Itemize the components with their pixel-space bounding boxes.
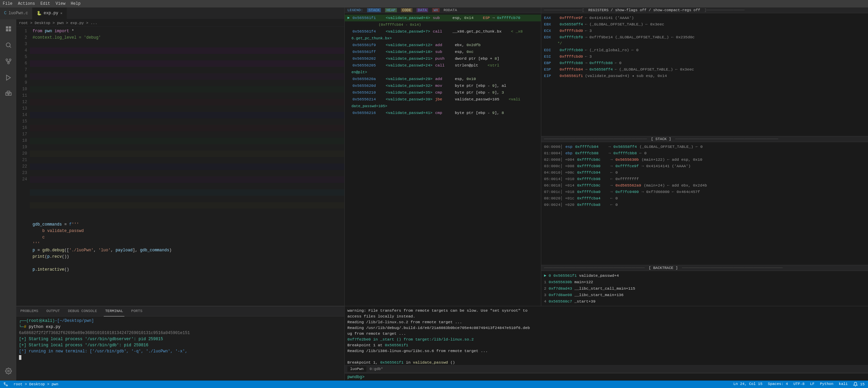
regs-stack-area: ─────────────────[ REGISTERS / show-flag…	[541, 7, 868, 306]
legend-code: CODE	[401, 8, 412, 12]
disasm-row-2: 0x565561f4 <validate_passwd+7> call __x8…	[345, 28, 541, 35]
status-eol[interactable]: LF	[810, 382, 814, 387]
disasm-row-8: 0x5655620d <validate_passwd+32> mov byte…	[345, 82, 541, 89]
tab-bar: C luoPwn.c 🐍 exp.py ✕	[0, 7, 344, 19]
menu-edit[interactable]: Edit	[40, 1, 50, 6]
backtrace-header: ────────────────────────────────────────…	[541, 265, 868, 271]
terminal-line-3: 6a68682f2f2f73682f62696e89e3680101010181…	[19, 330, 342, 336]
bottom-panel: PROBLEMS OUTPUT DEBUG CONSOLE TERMINAL P…	[16, 306, 344, 381]
bt-frame-1: 1 0x5655630b main+122	[544, 279, 865, 285]
tab-luopwn[interactable]: C luoPwn.c	[0, 7, 33, 19]
svg-rect-0	[6, 26, 8, 29]
pwndbg-tab-luopwn[interactable]: luoPwn	[347, 366, 366, 372]
tab-exppy-label: exp.py	[44, 11, 58, 16]
tab-debug-console[interactable]: DEBUG CONSOLE	[66, 306, 98, 316]
pwndbg-area: LEGEND: STACK HEAP CODE DATA WX RODATA ►…	[344, 7, 868, 381]
reg-ebp: EBP 0xffffcb88 → 0xffffcb88 ← 0	[544, 60, 865, 66]
breadcrumb: root > Desktop > pwn > exp.py > ...	[16, 19, 344, 27]
activity-search[interactable]	[1, 38, 15, 52]
disasm-thunk-label: 6.get_pc_thunk.bx>	[345, 35, 541, 42]
legend-label: LEGEND:	[347, 8, 363, 12]
reg-esp: ESP 0xffffcb84 → 0x56558ff4 ← (_GLOBAL_O…	[544, 66, 865, 73]
activity-debug[interactable]	[1, 71, 15, 84]
current-arrow: ►	[347, 15, 350, 21]
disasm-row-7: 0x5655620a <validate_passwd+29> add esp,…	[345, 76, 541, 82]
terminal-content[interactable]: ┌──(root㉿kali)-[~/Desktop/pwn] └─# pytho…	[16, 316, 344, 381]
disasm-mnem-1: sub	[433, 15, 450, 21]
tab-ports[interactable]: PORTS	[130, 306, 144, 316]
reg-ebx: EBX 0x56558ff4 ← (_GLOBAL_OFFSET_TABLE_)…	[544, 21, 865, 27]
editor-and-panel: root > Desktop > pwn > exp.py > ... 1234…	[16, 19, 344, 381]
reg-eax: EAX 0xffffce9f ← 0x41414141 ('AAAA')	[544, 15, 865, 21]
svg-rect-3	[9, 29, 11, 32]
reg-eip: EIP 0x565561f1 (validate_passwd+4) ◂ sub…	[544, 73, 865, 79]
tab-problems[interactable]: PROBLEMS	[19, 306, 40, 316]
svg-rect-2	[6, 29, 8, 32]
code-editor[interactable]: 12345 678910 1112131415 1617181920 21222…	[16, 27, 344, 306]
activity-git[interactable]	[1, 55, 15, 68]
bt-frame-4: 4 0x565560c7 _start+39	[544, 298, 865, 305]
activity-explorer[interactable]	[1, 22, 15, 36]
stack-row-3: 03:000c│ +008 0xffffcb90 → 0xffffce9f → …	[544, 163, 865, 169]
pwndbg-out-8: Reading /lib/i386-linux-gnu/libc.so.6 fr…	[347, 348, 865, 354]
stack-row-0: 00:0000│ esp 0xffffcb84 → 0x56558ff4 (_G…	[544, 143, 865, 150]
stack-row-6: 06:0018│ +014 0xffffcb9c → 0xd565562a9 (…	[544, 182, 865, 189]
close-tab-icon[interactable]: ✕	[60, 11, 62, 15]
registers-section: ─────────────────[ REGISTERS / show-flag…	[541, 7, 868, 136]
stack-row-9: 09:0024│ +020 0xffffcba8 ← 0	[544, 201, 865, 208]
stack-row-8: 08:0020│ +01c 0xffffcba4 ← 0	[544, 195, 865, 201]
status-branch	[3, 382, 8, 387]
menu-file[interactable]: File	[3, 1, 13, 6]
code-content[interactable]: from pwn import * #context.log_level = '…	[30, 27, 344, 306]
reg-ecx: ECX 0xffffcbd0 ← 3	[544, 27, 865, 34]
disasm-comment-1: (0xffffcb84 - 0x14)	[345, 21, 541, 28]
status-spaces[interactable]: Spaces: 4	[768, 382, 788, 387]
disasm-jbe-label: date_passwd+105>	[345, 103, 541, 110]
menu-bar: File Actions Edit View Help	[0, 0, 868, 7]
tab-terminal[interactable]: TERMINAL	[104, 306, 124, 316]
svg-point-8	[9, 59, 11, 61]
menu-actions[interactable]: Actions	[18, 1, 35, 6]
pwndbg-out-5: ug from remote target ...	[347, 331, 865, 336]
pwndbg-output[interactable]: warning: File transfers from remote targ…	[345, 306, 868, 365]
tab-exppy[interactable]: 🐍 exp.py ✕	[33, 7, 67, 19]
legend-rodata: RODATA	[444, 8, 457, 12]
disasm-content: ► 0x565561f1 <validate_passwd+4> sub esp…	[345, 13, 541, 306]
menu-view[interactable]: View	[56, 1, 65, 6]
bt-frame-3: 3 0xf7d8ae08 __libc_start_main+136	[544, 292, 865, 298]
disasm-row-5: 0x56556202 <validate_passwd+21> push dwo…	[345, 55, 541, 62]
status-user: kali	[839, 382, 848, 387]
pwndbg-tab-gdb[interactable]: 0:gdb*	[367, 366, 386, 372]
status-position[interactable]: Ln 24, Col 15	[733, 382, 763, 387]
stack-row-5: 05:0014│ +010 0xffffcb98 ← 0xffffffff	[544, 176, 865, 182]
tab-luopwn-icon: C	[4, 11, 6, 16]
pwndbg-out-3: Reading /lib/ld-linux.so.2 from remote t…	[347, 319, 865, 325]
pwndbg-input[interactable]	[366, 375, 368, 380]
stack-row-4: 04:0010│ +00c 0xffffcb94 ← 0	[544, 169, 865, 176]
activity-settings[interactable]	[1, 364, 15, 378]
disasm-row-current: ► 0x565561f1 <validate_passwd+4> sub esp…	[345, 15, 541, 21]
menu-help[interactable]: Help	[71, 1, 81, 6]
pwndbg-out-2: access files locally instead.	[347, 313, 865, 319]
legend-wx: WX	[432, 8, 439, 12]
backtrace-section: ────────────────────────────────────────…	[541, 265, 868, 306]
disasm-row-10: 0x56556214 <validate_passwd+39> jbe vali…	[345, 96, 541, 103]
pwndbg-top: LEGEND: STACK HEAP CODE DATA WX RODATA ►…	[345, 7, 868, 306]
pwndbg-prompt: pwndbg>	[347, 375, 364, 380]
terminal-line-6: [*] running in new terminal: ['/usr/bin/…	[19, 348, 342, 354]
activity-extensions[interactable]	[1, 87, 15, 101]
terminal-line-5: [+] Starting local process '/usr/bin/gdb…	[19, 342, 342, 348]
panel-tabs: PROBLEMS OUTPUT DEBUG CONSOLE TERMINAL P…	[16, 306, 344, 316]
status-encoding[interactable]: UTF-8	[793, 382, 805, 387]
disasm-row-3: 0x565561f9 <validate_passwd+12> add ebx,…	[345, 42, 541, 48]
tab-output[interactable]: OUTPUT	[45, 306, 61, 316]
stack-header: ────────────────────────────────────────…	[541, 136, 868, 142]
status-language[interactable]: Python	[820, 382, 833, 387]
status-path: root > Desktop > pwn	[14, 382, 58, 386]
reg-edi: EDI 0xf7ffcb60 ← (_rtld_global_ro) ← 0	[544, 47, 865, 53]
pwndbg-terminal: warning: File transfers from remote targ…	[345, 306, 868, 381]
disasm-panel: LEGEND: STACK HEAP CODE DATA WX RODATA ►…	[345, 7, 541, 306]
stack-row-7: 07:001c│ +018 0xffffcba0 → 0xf7fc0400 → …	[544, 189, 865, 195]
tab-luopwn-label: luoPwn.c	[8, 11, 28, 16]
svg-point-6	[8, 62, 9, 64]
